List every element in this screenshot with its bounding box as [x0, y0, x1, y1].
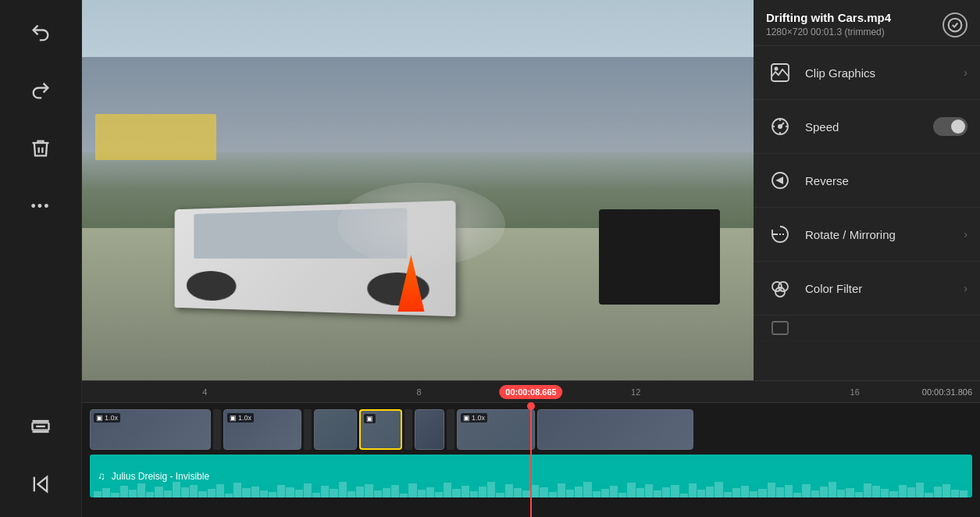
timeline-ruler[interactable]: 4 8 12 16 00:00:08.665 00:00:31.806	[82, 381, 980, 403]
speed-toggle[interactable]	[933, 117, 968, 136]
current-time-indicator: 00:00:08.665	[499, 385, 562, 399]
panel-file-info: Drifting with Cars.mp4 1280×720 00:01.3 …	[766, 11, 943, 37]
menu-item-reverse[interactable]: Reverse	[754, 154, 980, 208]
bg-car	[599, 209, 720, 305]
color-filter-arrow: ›	[964, 282, 968, 294]
video-clip-7[interactable]	[537, 409, 693, 450]
sidebar: •••	[0, 0, 82, 517]
clip-graphics-icon	[766, 59, 794, 87]
undo-button[interactable]	[23, 16, 58, 50]
menu-item-speed[interactable]: Speed	[754, 100, 980, 154]
right-panel: Drifting with Cars.mp4 1280×720 00:01.3 …	[754, 0, 980, 380]
video-preview-area[interactable]	[82, 0, 754, 380]
color-filter-icon	[766, 274, 794, 302]
menu-item-color-filter[interactable]: Color Filter ›	[754, 262, 980, 316]
clip-1-badge: ▣ 1.0x	[94, 413, 120, 423]
clip-separator-2	[304, 409, 312, 450]
video-clip-4-selected[interactable]: ▣	[359, 409, 402, 450]
video-clip-6[interactable]: ▣ 1.0x	[457, 409, 535, 450]
redo-button[interactable]	[23, 73, 58, 108]
clip-2-badge: ▣ 1.0x	[227, 413, 254, 423]
smoke-effect	[337, 183, 505, 266]
clip-separator-4	[447, 409, 454, 450]
delete-button[interactable]	[23, 131, 58, 166]
panel-filemeta: 1280×720 00:01.3 (trimmed)	[766, 27, 943, 37]
video-clip-3[interactable]	[314, 409, 357, 450]
panel-header: Drifting with Cars.mp4 1280×720 00:01.3 …	[754, 0, 980, 46]
speed-toggle-knob	[951, 119, 965, 134]
top-section: Drifting with Cars.mp4 1280×720 00:01.3 …	[82, 0, 980, 380]
panel-menu-list: Clip Graphics ›	[754, 46, 980, 380]
reverse-label: Reverse	[805, 174, 968, 187]
rotate-mirroring-arrow: ›	[964, 228, 968, 241]
timeline-section: 4 8 12 16 00:00:08.665 00:00:31.806	[82, 380, 980, 517]
clip-separator-3	[404, 409, 412, 450]
video-clip-1[interactable]: ▣ 1.0x	[90, 409, 211, 450]
video-clip-2[interactable]: ▣ 1.0x	[223, 409, 301, 450]
svg-rect-21	[772, 322, 788, 334]
color-filter-label: Color Filter	[805, 282, 964, 295]
video-preview	[82, 0, 754, 380]
more-options-button[interactable]: •••	[23, 189, 58, 223]
menu-item-rotate-mirroring[interactable]: Rotate / Mirroring ›	[754, 208, 980, 262]
main-content: Drifting with Cars.mp4 1280×720 00:01.3 …	[82, 0, 980, 517]
svg-marker-4	[38, 477, 48, 492]
menu-item-hidden[interactable]	[754, 316, 980, 341]
speed-label: Speed	[805, 120, 933, 134]
reverse-icon	[766, 166, 794, 194]
svg-point-19	[779, 282, 788, 291]
hidden-item-icon	[766, 316, 794, 341]
clip-graphics-arrow: ›	[964, 66, 968, 79]
svg-point-20	[775, 287, 785, 297]
menu-item-clip-graphics[interactable]: Clip Graphics ›	[754, 46, 980, 100]
layers-button[interactable]	[23, 409, 58, 444]
clip-separator-1	[213, 409, 221, 450]
playhead[interactable]	[530, 403, 532, 517]
clip-6-badge: ▣ 1.0x	[461, 413, 487, 423]
tracks-area: ▣ 1.0x ▣ 1.0x	[82, 403, 980, 517]
clip-4-badge: ▣	[364, 414, 376, 423]
video-clip-5[interactable]	[415, 409, 444, 450]
rotate-mirroring-label: Rotate / Mirroring	[805, 228, 964, 241]
back-to-start-button[interactable]	[23, 467, 58, 501]
school-bus	[95, 114, 216, 159]
panel-filename: Drifting with Cars.mp4	[766, 11, 943, 24]
clip-graphics-label: Clip Graphics	[805, 66, 964, 80]
panel-confirm-button[interactable]	[943, 12, 968, 37]
rotate-mirroring-icon	[766, 220, 794, 248]
svg-point-8	[775, 67, 779, 71]
end-time-label: 00:00:31.806	[922, 387, 972, 397]
speed-icon	[766, 112, 794, 141]
